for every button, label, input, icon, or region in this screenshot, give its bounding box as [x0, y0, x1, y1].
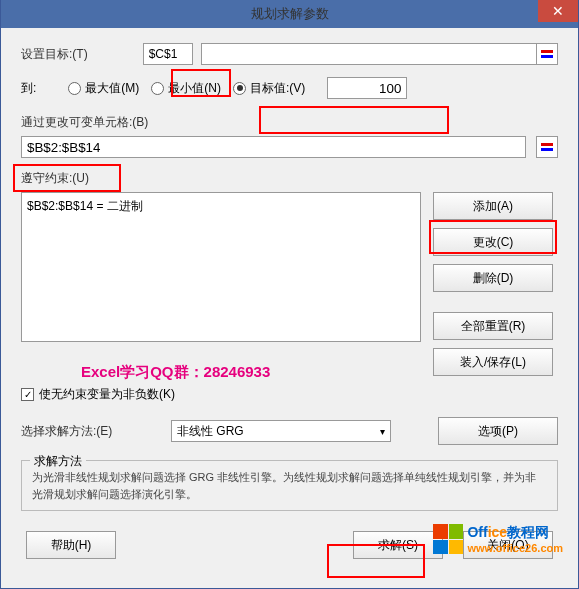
- set-target-ref-button[interactable]: [536, 43, 558, 65]
- radio-target-label: 目标值:(V): [250, 80, 305, 97]
- chevron-down-icon: ▾: [380, 426, 385, 437]
- radio-min[interactable]: [151, 82, 164, 95]
- change-button[interactable]: 更改(C): [433, 228, 553, 256]
- nonneg-label: 使无约束变量为非负数(K): [39, 386, 175, 403]
- target-value-input[interactable]: [327, 77, 407, 99]
- method-label: 选择求解方法:(E): [21, 423, 161, 440]
- grid-ref-icon: [541, 143, 553, 151]
- titlebar: 规划求解参数 ✕: [1, 0, 578, 28]
- office-logo-icon: [433, 524, 463, 554]
- radio-max-label: 最大值(M): [85, 80, 139, 97]
- delete-button[interactable]: 删除(D): [433, 264, 553, 292]
- grid-ref-icon: [541, 50, 553, 58]
- set-target-input[interactable]: [143, 43, 193, 65]
- change-var-label: 通过更改可变单元格:(B): [21, 114, 558, 131]
- add-button[interactable]: 添加(A): [433, 192, 553, 220]
- method-description-group: 求解方法 为光滑非线性规划求解问题选择 GRG 非线性引擎。为线性规划求解问题选…: [21, 460, 558, 511]
- set-target-label: 设置目标:(T): [21, 46, 88, 63]
- change-var-ref-button[interactable]: [536, 136, 558, 158]
- to-label: 到:: [21, 80, 36, 97]
- constraints-list[interactable]: $B$2:$B$14 = 二进制: [21, 192, 421, 342]
- radio-target[interactable]: [233, 82, 246, 95]
- logo-url: www.office26.com: [467, 542, 563, 554]
- qq-watermark: Excel学习QQ群：28246933: [81, 363, 270, 382]
- load-save-button[interactable]: 装入/保存(L): [433, 348, 553, 376]
- help-button[interactable]: 帮助(H): [26, 531, 116, 559]
- close-button[interactable]: ✕: [538, 0, 578, 22]
- radio-min-label: 最小值(N): [168, 80, 221, 97]
- constraint-item[interactable]: $B$2:$B$14 = 二进制: [27, 198, 415, 215]
- nonneg-checkbox[interactable]: ✓: [21, 388, 34, 401]
- office26-watermark: OffOffice教程网ice教程网 www.office26.com: [433, 524, 563, 554]
- reset-all-button[interactable]: 全部重置(R): [433, 312, 553, 340]
- change-var-input[interactable]: [21, 136, 526, 158]
- method-description-title: 求解方法: [30, 453, 86, 470]
- logo-brand: OffOffice教程网ice教程网: [467, 524, 563, 542]
- close-icon: ✕: [552, 3, 564, 19]
- options-button[interactable]: 选项(P): [438, 417, 558, 445]
- method-select[interactable]: 非线性 GRG ▾: [171, 420, 391, 442]
- method-description-text: 为光滑非线性规划求解问题选择 GRG 非线性引擎。为线性规划求解问题选择单纯线性…: [32, 469, 547, 502]
- window-title: 规划求解参数: [251, 5, 329, 23]
- set-target-wide-input[interactable]: [201, 43, 546, 65]
- method-select-value: 非线性 GRG: [177, 423, 244, 440]
- radio-max[interactable]: [68, 82, 81, 95]
- constraints-label: 遵守约束:(U): [21, 170, 558, 187]
- solve-button[interactable]: 求解(S): [353, 531, 443, 559]
